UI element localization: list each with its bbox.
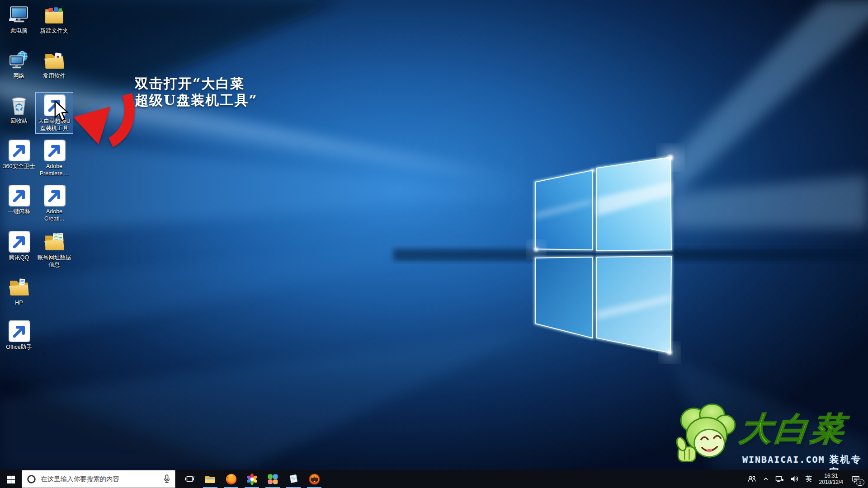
- shortcut-arrow-overlay-icon: [9, 320, 30, 342]
- common-software-icon: [43, 49, 65, 71]
- taskbar-app-pinwheel[interactable]: [241, 470, 262, 488]
- desktop-icon-360-safe[interactable]: 360安全卫士: [0, 137, 38, 172]
- desktop-icon-label: Adobe Premiere ...: [36, 163, 73, 177]
- action-center-button[interactable]: 1: [847, 470, 865, 488]
- taskbar-empty-area: [325, 470, 744, 488]
- desktop-icon-dabaicai-usb-tool[interactable]: 大白菜超级U盘装机工具: [35, 92, 73, 134]
- windows-logo-icon: [7, 475, 15, 483]
- desktop-icon-label: HP: [15, 299, 23, 306]
- shortcut-arrow-overlay-icon: [44, 140, 66, 161]
- shortcut-arrow-overlay-icon: [9, 185, 30, 206]
- adobe-creative-cloud-icon: [43, 185, 65, 206]
- start-button[interactable]: [0, 470, 22, 488]
- pinwheel-color-wheel-icon: [246, 473, 258, 485]
- task-view-icon: [184, 474, 195, 484]
- desktop-icon-label: 网络: [14, 72, 25, 80]
- desktop-icon-adobe-premiere[interactable]: Pr Adobe Premiere ...: [35, 137, 73, 179]
- cabbage-mascot-icon: [675, 403, 739, 469]
- desktop-icon-new-folder[interactable]: 新建文件夹: [35, 2, 73, 36]
- watermark-site: WINBAICAI.COM: [742, 454, 825, 465]
- desktop-icon-label: Office助手: [6, 343, 32, 351]
- people-icon: [747, 475, 756, 483]
- desktop-icon-label: 此电脑: [10, 27, 28, 34]
- taskbar-app-notepad[interactable]: [283, 470, 304, 488]
- dabaicai-cabbage-icon: [43, 94, 65, 116]
- watermark-subline: WINBAICAI.COM 装机专家: [742, 453, 868, 470]
- tray-date: 2018/12/4: [819, 479, 843, 485]
- microphone-icon[interactable]: [163, 474, 170, 483]
- desktop-icon-label: 360安全卫士: [3, 163, 35, 170]
- task-view-button[interactable]: [179, 470, 200, 488]
- volume-icon: [790, 475, 799, 483]
- recycle-bin-icon: [8, 94, 30, 116]
- annotation-text: 双击打开“大白菜 超级U盘装机工具”: [135, 75, 257, 108]
- desktop-icon-account-url-data[interactable]: 账号网址数据信息: [35, 229, 73, 270]
- qq-penguin-icon: [8, 231, 30, 253]
- shortcut-arrow-overlay-icon: [9, 140, 30, 161]
- ime-indicator[interactable]: 英: [802, 470, 816, 488]
- network-tray-button[interactable]: [772, 470, 787, 488]
- hidden-icons-button[interactable]: [760, 470, 772, 488]
- file-explorer-icon: [204, 473, 216, 485]
- desktop-icon-network[interactable]: 网络: [0, 47, 38, 81]
- tray-time: 16:31: [824, 473, 838, 479]
- desktop-icon-hp[interactable]: HP: [0, 274, 38, 308]
- shortcut-arrow-overlay-icon: [9, 231, 30, 253]
- four-squares-icon: [267, 473, 279, 485]
- network-icon: [775, 475, 784, 483]
- watermark-tagline: 装机专家: [830, 453, 868, 470]
- clock[interactable]: 16:31 2018/12/4: [816, 470, 847, 488]
- new-folder-icon: [43, 4, 65, 26]
- desktop-icon-label: 账号网址数据信息: [36, 254, 72, 268]
- taskbar-app-four-squares[interactable]: [262, 470, 283, 488]
- documents-folder-icon: [43, 231, 65, 253]
- 360-safe-icon: [8, 140, 30, 161]
- watermark-brand: 大白菜: [737, 408, 849, 451]
- desktop-icon-label: 新建文件夹: [40, 27, 69, 34]
- desktop-icon-adobe-cc[interactable]: Adobe Creati...: [35, 183, 73, 224]
- hp-folder-icon: [8, 276, 30, 298]
- taskbar: 在这里输入你要搜索的内容: [0, 470, 868, 488]
- notification-badge: 1: [856, 479, 864, 486]
- this-pc-icon: [8, 4, 30, 26]
- ime-label: 英: [806, 475, 812, 483]
- wallpaper-windows-hero: [0, 0, 868, 470]
- lightning-bolt-icon: [8, 185, 30, 206]
- system-tray: 英 16:31 2018/12/4 1: [744, 470, 868, 488]
- cortana-circle-icon: [27, 474, 36, 484]
- desktop-icon-label: 腾讯QQ: [9, 254, 29, 261]
- volume-button[interactable]: [787, 470, 802, 488]
- search-placeholder: 在这里输入你要搜索的内容: [41, 475, 159, 483]
- orange-face-app-icon: [308, 473, 321, 485]
- desktop-icon-office-helper[interactable]: Office助手: [0, 318, 38, 352]
- network-icon: [8, 49, 30, 71]
- desktop-icon-label: 一键闪释: [8, 208, 30, 215]
- office-logo-icon: [8, 320, 30, 342]
- notepad-icon: [288, 473, 299, 485]
- desktop-icon-this-pc[interactable]: 此电脑: [0, 2, 38, 36]
- people-button[interactable]: [744, 470, 760, 488]
- taskbar-app-orange-face[interactable]: [304, 470, 325, 488]
- desktop-icon-label: 常用软件: [43, 72, 66, 80]
- taskbar-search-box[interactable]: 在这里输入你要搜索的内容: [22, 470, 175, 488]
- adobe-premiere-icon: Pr: [43, 140, 65, 161]
- taskbar-app-firefox[interactable]: [221, 470, 241, 488]
- desktop-icon-common-software[interactable]: 常用软件: [35, 47, 73, 81]
- desktop-icon-label: Adobe Creati...: [36, 208, 73, 222]
- taskbar-app-file-explorer[interactable]: [200, 470, 221, 488]
- shortcut-arrow-overlay-icon: [44, 185, 66, 206]
- desktop-icon-label: 回收站: [10, 117, 28, 125]
- firefox-icon: [225, 473, 237, 485]
- desktop-icon-recycle-bin[interactable]: 回收站: [0, 92, 38, 127]
- desktop-icon-tencent-qq[interactable]: 腾讯QQ: [0, 229, 38, 263]
- desktop-icon-yijian-shanshi[interactable]: 一键闪释: [0, 183, 38, 217]
- chevron-up-icon: [763, 476, 769, 482]
- red-curved-arrow: [69, 91, 139, 155]
- desktop: 此电脑 新建文件夹: [0, 0, 868, 470]
